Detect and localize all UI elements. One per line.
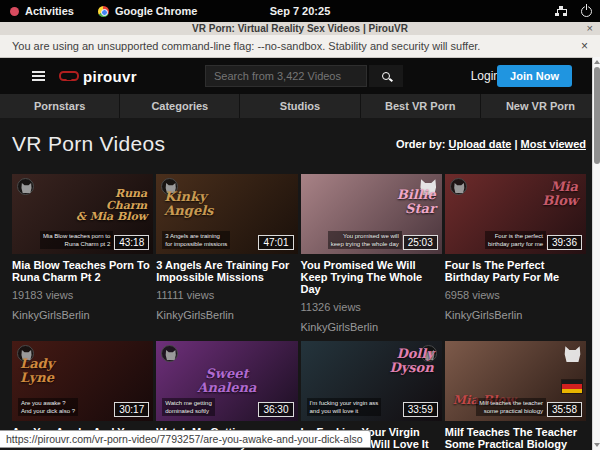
status-url-bubble: https://pirouvr.com/vr-porn-video/779325… <box>0 430 371 448</box>
clock[interactable]: Sep 7 20:25 <box>0 5 600 17</box>
video-thumbnail[interactable]: Lady LyneAre you awake ? And your dick a… <box>12 341 153 421</box>
video-thumbnail[interactable]: Sweet AnalenaWatch me getting dominated … <box>156 341 297 421</box>
studio-cat-logo-icon <box>17 178 34 195</box>
duration-badge: 25:03 <box>403 235 438 250</box>
video-studio-link[interactable]: KinkyGirlsBerlin <box>12 309 153 321</box>
video-card[interactable]: Billie StarYou promised we will keep try… <box>301 174 442 333</box>
site-logo-text: pirouvr <box>83 68 137 85</box>
video-views: 11326 views <box>301 301 442 313</box>
login-link[interactable]: Login <box>471 69 500 83</box>
search-button[interactable] <box>369 65 403 87</box>
video-title[interactable]: Four Is The Perfect Birthday Party For M… <box>445 259 586 283</box>
thumbnail-overlay-text: Dolly Dyson <box>389 347 433 374</box>
main-nav: PornstarsCategoriesStudiosBest VR PornNe… <box>0 94 600 118</box>
tab-close-icon[interactable]: × <box>587 22 593 34</box>
nav-item-categories[interactable]: Categories <box>120 94 240 118</box>
duration-badge: 47:01 <box>258 235 293 250</box>
nav-item-pornstars[interactable]: Pornstars <box>0 94 120 118</box>
activities-label: Activities <box>25 5 74 17</box>
page-title: VR Porn Videos <box>12 132 165 156</box>
app-label: Google Chrome <box>115 5 198 17</box>
search-input[interactable] <box>205 65 367 87</box>
video-title[interactable]: Milf Teaches The Teacher Some Practical … <box>445 426 586 450</box>
thumbnail-caption: Milf teaches the teacher some practical … <box>476 398 546 416</box>
order-by: Order by:Upload date |Most viewed <box>396 138 586 150</box>
scrollbar[interactable] <box>592 57 600 450</box>
scroll-down-icon[interactable] <box>594 443 600 447</box>
search-icon <box>382 72 390 80</box>
menu-hamburger-icon[interactable] <box>32 71 45 81</box>
video-views: 11111 views <box>156 289 297 301</box>
duration-badge: 43:18 <box>114 235 149 250</box>
video-title[interactable]: 3 Angels Are Training For Impossible Mis… <box>156 259 297 283</box>
nav-item-studios[interactable]: Studios <box>240 94 360 118</box>
video-thumbnail[interactable]: Mia BlowMilf teaches the teacher some pr… <box>445 341 586 421</box>
join-now-button[interactable]: Join Now <box>497 65 572 87</box>
nav-item-new-vr-porn[interactable]: New VR Porn <box>481 94 600 118</box>
thumbnail-overlay-text: Sweet Analena <box>156 367 297 394</box>
main-content: VR Porn Videos Order by:Upload date |Mos… <box>0 132 600 450</box>
thumbnail-caption: Are you awake ? And your dick also ? <box>18 398 78 416</box>
warning-close-icon[interactable]: × <box>581 39 588 53</box>
video-grid: Runa Charm & Mia BlowMia Blow teaches po… <box>12 174 586 450</box>
video-thumbnail[interactable]: Billie StarYou promised we will keep try… <box>301 174 442 254</box>
video-views: 6958 views <box>445 289 586 301</box>
warning-message: You are using an unsupported command-lin… <box>12 40 480 52</box>
order-link-upload-date[interactable]: Upload date <box>449 138 512 150</box>
video-card[interactable]: Kinky Angels3 Angels are training for im… <box>156 174 297 333</box>
thumbnail-overlay-text: Kinky Angels <box>164 190 213 217</box>
activities-dot-icon <box>10 7 19 16</box>
app-indicator[interactable]: Google Chrome <box>98 5 198 17</box>
video-views: 19183 views <box>12 289 153 301</box>
web-page: pirouvr Login Join Now PornstarsCategori… <box>0 58 600 450</box>
order-link-most-viewed[interactable]: Most viewed <box>521 138 586 150</box>
thumbnail-caption: Mia Blow teaches porn to Runa Charm pt 2 <box>40 231 113 249</box>
video-card[interactable]: Mia BlowMilf teaches the teacher some pr… <box>445 341 586 450</box>
duration-badge: 36:30 <box>258 402 293 417</box>
duration-badge: 39:36 <box>547 235 582 250</box>
site-logo[interactable]: pirouvr <box>59 68 137 85</box>
thumbnail-caption: I'm fucking your virgin ass and you will… <box>307 398 382 416</box>
duration-badge: 33:59 <box>403 402 438 417</box>
thumbnail-overlay-text: Lady Lyne <box>20 357 54 384</box>
thumbnail-overlay-text: Mia Blow <box>542 180 578 207</box>
site-header: pirouvr Login Join Now <box>0 58 600 94</box>
video-studio-link[interactable]: KinkyGirlsBerlin <box>445 309 586 321</box>
order-by-label: Order by: <box>396 138 446 150</box>
system-top-bar: Activities Google Chrome Sep 7 20:25 <box>0 0 600 22</box>
video-card[interactable]: Mia BlowFour is the perfect birthday par… <box>445 174 586 333</box>
tab-title: VR Porn: Virtual Reality Sex Videos | Pi… <box>192 23 408 34</box>
video-thumbnail[interactable]: Runa Charm & Mia BlowMia Blow teaches po… <box>12 174 153 254</box>
video-studio-link[interactable]: KinkyGirlsBerlin <box>301 321 442 333</box>
power-icon[interactable] <box>581 6 592 17</box>
video-thumbnail[interactable]: Dolly DysonI'm fucking your virgin ass a… <box>301 341 442 421</box>
video-thumbnail[interactable]: Mia BlowFour is the perfect birthday par… <box>445 174 586 254</box>
vr-goggles-icon <box>59 70 79 82</box>
thumbnail-overlay-text: Billie Star <box>397 188 436 215</box>
duration-badge: 35:58 <box>547 402 582 417</box>
studio-cat-logo-icon <box>564 345 581 362</box>
studio-cat-logo-icon <box>161 345 178 362</box>
video-thumbnail[interactable]: Kinky Angels3 Angels are training for im… <box>156 174 297 254</box>
nav-item-best-vr-porn[interactable]: Best VR Porn <box>361 94 481 118</box>
scroll-up-icon[interactable] <box>594 60 600 64</box>
thumbnail-caption: You promised we will keep trying the who… <box>328 231 402 249</box>
browser-tab-bar[interactable]: VR Porn: Virtual Reality Sex Videos | Pi… <box>0 22 600 35</box>
video-title[interactable]: You Promised We Will Keep Trying The Who… <box>301 259 442 295</box>
studio-cat-logo-icon <box>450 178 467 195</box>
thumbnail-caption: Four is the perfect birthday party for m… <box>485 231 546 249</box>
thumbnail-caption: Watch me getting dominated softly <box>162 398 214 416</box>
chrome-warning-bar: You are using an unsupported command-lin… <box>0 35 600 58</box>
video-title[interactable]: Mia Blow Teaches Porn To Runa Charm Pt 2 <box>12 259 153 283</box>
video-card[interactable]: Runa Charm & Mia BlowMia Blow teaches po… <box>12 174 153 333</box>
activities-button[interactable]: Activities <box>10 5 74 17</box>
scrollbar-thumb[interactable] <box>594 67 600 164</box>
screen: Activities Google Chrome Sep 7 20:25 VR … <box>0 0 600 450</box>
thumbnail-overlay-text: Runa Charm & Mia Blow <box>76 188 147 223</box>
thumbnail-caption: 3 Angels are training for impossible mis… <box>162 231 230 249</box>
video-studio-link[interactable]: KinkyGirlsBerlin <box>156 309 297 321</box>
german-flag-icon <box>561 379 583 394</box>
order-separator: | <box>511 138 517 150</box>
network-icon[interactable] <box>555 6 567 16</box>
duration-badge: 30:17 <box>114 402 149 417</box>
